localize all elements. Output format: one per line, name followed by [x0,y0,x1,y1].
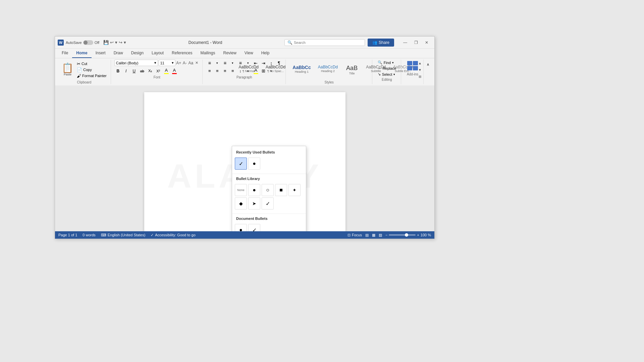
focus-button[interactable]: ⊡ Focus [347,233,362,237]
search-box[interactable]: 🔍 [284,39,365,46]
collapse-ribbon: ∧ [424,60,432,84]
find-button[interactable]: 🔍 Find ▾ [376,60,398,65]
library-grid: None ● ○ ■ ✦ ◆ ➤ ✓ [232,183,306,212]
tab-help[interactable]: Help [257,49,274,58]
numbering-button[interactable]: ≡ [221,60,229,66]
underline-button[interactable]: U [130,68,138,74]
select-button[interactable]: ↘ Select ▾ [376,71,398,77]
justify-button[interactable]: ≡ [229,68,236,74]
doc-bullet-check[interactable]: ✓ [248,224,260,231]
autosave-toggle[interactable] [83,40,93,45]
tab-review[interactable]: Review [219,49,240,58]
copy-button[interactable]: 📄 Copy [75,67,108,73]
numbering-dropdown[interactable]: ▾ [229,60,236,66]
title-bar-left: W AutoSave Off 💾 ↩ ▾ ↪ ▾ [58,40,126,46]
subscript-button[interactable]: X₂ [147,68,154,74]
align-right-button[interactable]: ≡ [221,68,229,74]
document-area[interactable]: ALAZRY Recently Used Bullets ✓ ● Bullet … [55,85,434,231]
search-input[interactable] [294,41,362,45]
autosave-state: Off [95,41,99,45]
lib-bullet-diamond[interactable]: ◆ [235,197,247,209]
close-button[interactable]: ✕ [422,39,432,47]
redo-icon[interactable]: ↪ [119,40,122,45]
tab-insert[interactable]: Insert [92,49,110,58]
tab-layout[interactable]: Layout [148,49,168,58]
font-case-button[interactable]: Aa [188,60,194,66]
zoom-slider[interactable] [389,234,416,236]
paste-button[interactable]: 📋 Paste [60,62,75,77]
style-no-spacing[interactable]: AaBbCcDd ¶ No Spac... [263,63,288,76]
italic-button[interactable]: I [122,68,130,74]
bullet-dropdown: Recently Used Bullets ✓ ● Bullet Library… [232,146,306,231]
replace-button[interactable]: ↔ Replace [376,66,398,71]
add-ins-button[interactable] [405,60,421,72]
recent-bullet-checkmark[interactable]: ✓ [235,158,247,170]
font-controls: Calibri (Body) ▾ 11 ▾ A+ A- Aa ✕ B [114,60,200,75]
collapse-ribbon-button[interactable]: ∧ [424,61,432,68]
web-layout-button[interactable]: ▦ [372,233,375,237]
lib-bullet-star[interactable]: ✦ [288,184,301,196]
zoom-out-button[interactable]: − [385,233,387,237]
focus-icon: ⊡ [347,233,351,237]
cut-button[interactable]: ✂ Cut [75,61,108,67]
share-button[interactable]: 👥 Share [368,39,394,47]
tab-home[interactable]: Home [72,49,91,58]
restore-button[interactable]: ❐ [411,39,421,47]
immersive-icon: ▨ [379,233,382,237]
font-family-selector[interactable]: Calibri (Body) ▾ [114,60,158,66]
lib-bullet-none[interactable]: None [235,184,247,196]
tab-references[interactable]: References [168,49,196,58]
customize-icon[interactable]: ▾ [124,40,126,45]
style-title[interactable]: AaB Title [342,63,362,76]
font-size-selector[interactable]: 11 ▾ [159,60,175,66]
bullets-button[interactable]: ≡ [206,60,213,66]
word-window: W AutoSave Off 💾 ↩ ▾ ↪ ▾ Document1 - Wor… [55,36,435,239]
doc-bullet-circle[interactable]: ● [235,224,247,231]
tab-mailings[interactable]: Mailings [196,49,219,58]
font-color-button[interactable]: A [171,67,178,75]
strikethrough-button[interactable]: ab [139,68,146,74]
immersive-reader-button[interactable]: ▨ [379,233,382,237]
lib-bullet-filled-circle[interactable]: ● [248,184,260,196]
style-normal[interactable]: AaBbCcDd ¶ Normal [236,63,262,76]
tab-design[interactable]: Design [127,49,148,58]
print-layout-button[interactable]: ▤ [365,233,369,237]
highlight-color-bar [164,73,169,74]
format-painter-button[interactable]: 🖌 Format Painter [75,73,108,79]
lib-bullet-arrow[interactable]: ➤ [248,197,260,209]
align-left-button[interactable]: ≡ [206,68,213,74]
title-bar: W AutoSave Off 💾 ↩ ▾ ↪ ▾ Document1 - Wor… [55,37,434,49]
tab-draw[interactable]: Draw [110,49,127,58]
word-count-status[interactable]: 0 words [83,233,96,237]
font-grow-button[interactable]: A+ [176,60,181,66]
bullets-dropdown[interactable]: ▾ [214,60,221,66]
tab-file[interactable]: File [58,49,72,58]
tab-view[interactable]: View [240,49,257,58]
bold-button[interactable]: B [114,68,122,74]
style-heading2[interactable]: AaBbCcDd Heading 2 [315,63,341,76]
language-text: English (United States) [108,233,146,237]
toggle-knob [84,41,88,45]
language-status[interactable]: ⌨ English (United States) [101,233,146,237]
autosave-label: AutoSave [66,41,82,45]
styles-group: AaBbCcDd ¶ Normal AaBbCcDd ¶ No Spac... … [286,60,372,84]
font-shrink-button[interactable]: A- [182,60,187,66]
text-highlight-button[interactable]: A [163,67,170,75]
zoom-in-button[interactable]: + [417,233,419,237]
undo-dropdown-icon[interactable]: ▾ [115,40,117,45]
clear-format-button[interactable]: ✕ [194,60,200,66]
lib-bullet-check[interactable]: ✓ [262,197,274,209]
align-center-button[interactable]: ≡ [214,68,221,74]
save-icon[interactable]: 💾 [103,40,109,45]
style-heading1-preview: AaBbCc [292,65,311,70]
style-heading1[interactable]: AaBbCc Heading 1 [289,63,314,76]
cut-icon: ✂ [77,61,80,66]
superscript-button[interactable]: X² [155,68,162,74]
accessibility-status[interactable]: ✓ Accessibility: Good to go [151,233,195,237]
recent-bullet-circle[interactable]: ● [248,158,260,170]
undo-icon[interactable]: ↩ [110,40,114,45]
lib-bullet-square[interactable]: ■ [275,184,287,196]
minimize-button[interactable]: — [400,39,410,47]
lib-bullet-empty-circle[interactable]: ○ [262,184,274,196]
recently-used-title: Recently Used Bullets [232,149,306,156]
